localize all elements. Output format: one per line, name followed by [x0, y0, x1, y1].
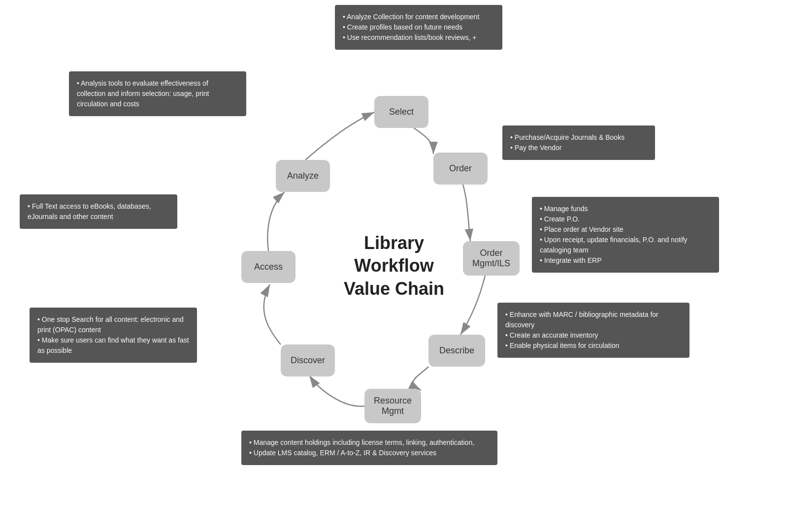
- describe-info-item-2: Create an accurate inventory: [505, 330, 682, 341]
- describe-info-box: Enhance with MARC / bibliographic metada…: [497, 303, 690, 358]
- node-access: Access: [241, 251, 296, 283]
- analyze-info-box: Analysis tools to evaluate effectiveness…: [69, 71, 246, 116]
- access-info-item-1: Full Text access to eBooks, databases, e…: [28, 201, 169, 222]
- center-title: Library Workflow Value Chain: [330, 231, 458, 300]
- diagram-container: Library Workflow Value Chain Select Orde…: [0, 0, 788, 532]
- discover-info-item-1: One stop Search for all content: electro…: [37, 314, 189, 335]
- resource-mgmt-info-item-1: Manage content holdings including licens…: [249, 438, 490, 448]
- node-order: Order: [433, 153, 488, 185]
- access-info-box: Full Text access to eBooks, databases, e…: [20, 194, 177, 229]
- node-analyze: Analyze: [276, 160, 330, 192]
- resource-mgmt-info-box: Manage content holdings including licens…: [241, 431, 497, 465]
- order-mgmt-info-item-3: Place order at Vendor site: [540, 224, 711, 235]
- order-mgmt-info-item-1: Manage funds: [540, 204, 711, 214]
- select-info-item-3: Use recommendation lists/book reviews, +: [343, 32, 494, 43]
- select-info-item-1: Analyze Collection for content developme…: [343, 12, 494, 22]
- order-info-item-2: Pay the Vendor: [510, 143, 647, 153]
- select-info-item-2: Create profiles based on future needs: [343, 22, 494, 32]
- analyze-info-item-1: Analysis tools to evaluate effectiveness…: [77, 78, 238, 109]
- order-info-box: Purchase/Acquire Journals & Books Pay th…: [502, 125, 655, 160]
- discover-info-item-2: Make sure users can find what they want …: [37, 335, 189, 356]
- node-discover: Discover: [281, 344, 335, 376]
- discover-info-box: One stop Search for all content: electro…: [30, 308, 197, 363]
- order-mgmt-info-box: Manage funds Create P.O. Place order at …: [532, 197, 719, 273]
- describe-info-item-1: Enhance with MARC / bibliographic metada…: [505, 310, 682, 330]
- node-resource-mgmt: Resource Mgmt: [364, 389, 421, 423]
- node-order-mgmt: Order Mgmt/ILS: [463, 241, 520, 276]
- node-select: Select: [374, 96, 428, 128]
- order-mgmt-info-item-4: Upon receipt, update financials, P.O. an…: [540, 235, 711, 255]
- order-info-item-1: Purchase/Acquire Journals & Books: [510, 132, 647, 143]
- select-info-box: Analyze Collection for content developme…: [335, 5, 502, 50]
- order-mgmt-info-item-2: Create P.O.: [540, 214, 711, 224]
- describe-info-item-3: Enable physical items for circulation: [505, 341, 682, 351]
- order-mgmt-info-item-5: Integrate with ERP: [540, 255, 711, 266]
- node-describe: Describe: [428, 335, 485, 367]
- resource-mgmt-info-item-2: Update LMS catalog, ERM / A-to-Z, IR & D…: [249, 448, 490, 458]
